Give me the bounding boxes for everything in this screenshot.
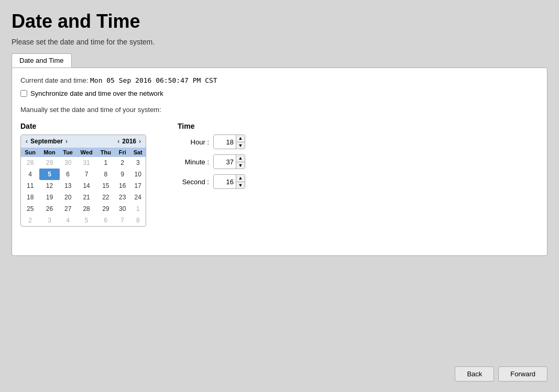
calendar-day[interactable]: 30 — [115, 203, 130, 215]
hour-spinner-buttons: ▲ ▼ — [236, 135, 245, 149]
tab-bar: Date and Time — [12, 53, 547, 68]
calendar-day[interactable]: 17 — [130, 180, 146, 192]
calendar-day[interactable]: 18 — [21, 192, 39, 203]
second-row: Second : ▲ ▼ — [178, 174, 245, 189]
calendar-day[interactable]: 28 — [76, 203, 97, 215]
date-section: Date ‹ September › ‹ 2016 › — [20, 122, 146, 227]
page-title: Date and Time — [0, 0, 559, 38]
calendar-day[interactable]: 22 — [97, 192, 115, 203]
calendar-day[interactable]: 3 — [39, 215, 59, 226]
month-label: September — [30, 138, 63, 145]
second-label: Second : — [178, 178, 209, 186]
time-header: Time — [178, 122, 245, 130]
minute-up-button[interactable]: ▲ — [236, 155, 245, 162]
minute-spinner-buttons: ▲ ▼ — [236, 155, 245, 169]
calendar-day[interactable]: 5 — [76, 215, 97, 226]
manual-label: Manually set the date and time of your s… — [20, 106, 539, 114]
calendar-day[interactable]: 23 — [115, 192, 130, 203]
current-datetime-value2: Mon 05 Sep 2016 06:50:47 PM CST — [90, 76, 217, 84]
calendar-day[interactable]: 5 — [39, 169, 59, 180]
page-subtitle: Please set the date and time for the sys… — [0, 38, 559, 53]
calendar-day[interactable]: 7 — [76, 169, 97, 180]
minute-row: Minute : ▲ ▼ — [178, 154, 245, 169]
calendar: ‹ September › ‹ 2016 › SunMonTueWedThuFr… — [20, 135, 146, 227]
calendar-day[interactable]: 4 — [21, 169, 39, 180]
calendar-day[interactable]: 26 — [39, 203, 59, 215]
second-spinner: ▲ ▼ — [213, 174, 245, 189]
calendar-week-row: 28293031123 — [21, 157, 146, 169]
calendar-day[interactable]: 29 — [39, 157, 59, 169]
cal-day-header: Wed — [76, 148, 97, 157]
hour-spinner: ▲ ▼ — [213, 135, 245, 149]
back-button[interactable]: Back — [455, 366, 494, 382]
calendar-day[interactable]: 20 — [60, 192, 76, 203]
calendar-day[interactable]: 21 — [76, 192, 97, 203]
forward-button[interactable]: Forward — [498, 366, 547, 382]
calendar-day[interactable]: 28 — [21, 157, 39, 169]
calendar-day[interactable]: 19 — [39, 192, 59, 203]
second-up-button[interactable]: ▲ — [236, 175, 245, 182]
hour-label: Hour : — [178, 138, 209, 146]
calendar-day[interactable]: 8 — [97, 169, 115, 180]
calendar-day[interactable]: 1 — [97, 157, 115, 169]
calendar-day[interactable]: 14 — [76, 180, 97, 192]
calendar-week-row: 18192021222324 — [21, 192, 146, 203]
calendar-grid: SunMonTueWedThuFriSat 282930311234567891… — [21, 148, 146, 226]
current-datetime-label: Current date and time: — [20, 76, 88, 84]
prev-year-button[interactable]: ‹ — [116, 137, 121, 145]
calendar-week-row: 2345678 — [21, 215, 146, 226]
sync-checkbox[interactable] — [20, 90, 27, 97]
calendar-day[interactable]: 25 — [21, 203, 39, 215]
calendar-day[interactable]: 24 — [130, 192, 146, 203]
calendar-day[interactable]: 27 — [60, 203, 76, 215]
second-input[interactable] — [214, 175, 236, 188]
prev-month-button[interactable]: ‹ — [24, 137, 29, 145]
hour-up-button[interactable]: ▲ — [236, 135, 245, 142]
calendar-day[interactable]: 31 — [76, 157, 97, 169]
cal-day-header: Sat — [130, 148, 146, 157]
second-spinner-buttons: ▲ ▼ — [236, 175, 245, 188]
time-section: Time Hour : ▲ ▼ Minute : — [178, 122, 245, 194]
cal-day-header: Fri — [115, 148, 130, 157]
hour-input[interactable] — [214, 135, 236, 149]
hour-row: Hour : ▲ ▼ — [178, 135, 245, 149]
cal-day-header: Mon — [39, 148, 59, 157]
calendar-day[interactable]: 9 — [115, 169, 130, 180]
minute-spinner: ▲ ▼ — [213, 154, 245, 169]
calendar-day[interactable]: 10 — [130, 169, 146, 180]
calendar-day[interactable]: 16 — [115, 180, 130, 192]
calendar-week-row: 45678910 — [21, 169, 146, 180]
next-month-button[interactable]: › — [64, 137, 69, 145]
calendar-day[interactable]: 11 — [21, 180, 39, 192]
minute-down-button[interactable]: ▼ — [236, 162, 245, 169]
next-year-button[interactable]: › — [137, 137, 143, 145]
calendar-day[interactable]: 2 — [115, 157, 130, 169]
year-nav: ‹ 2016 › — [116, 137, 143, 145]
calendar-day[interactable]: 3 — [130, 157, 146, 169]
calendar-day[interactable]: 1 — [130, 203, 146, 215]
calendar-day[interactable]: 8 — [130, 215, 146, 226]
second-down-button[interactable]: ▼ — [236, 182, 245, 188]
month-nav: ‹ September › — [24, 137, 69, 145]
calendar-week-row: 2526272829301 — [21, 203, 146, 215]
date-time-row: Date ‹ September › ‹ 2016 › — [20, 122, 539, 227]
calendar-header-row: SunMonTueWedThuFriSat — [21, 148, 146, 157]
calendar-day[interactable]: 13 — [60, 180, 76, 192]
sync-row: Synchronize date and time over the netwo… — [20, 89, 539, 97]
calendar-day[interactable]: 6 — [97, 215, 115, 226]
hour-down-button[interactable]: ▼ — [236, 142, 245, 149]
cal-day-header: Sun — [21, 148, 39, 157]
calendar-day[interactable]: 15 — [97, 180, 115, 192]
calendar-day[interactable]: 4 — [60, 215, 76, 226]
calendar-day[interactable]: 12 — [39, 180, 59, 192]
calendar-day[interactable]: 2 — [21, 215, 39, 226]
tab-date-time[interactable]: Date and Time — [12, 53, 72, 68]
tab-container: Date and Time Current date and time: Mon… — [12, 53, 547, 256]
cal-day-header: Thu — [97, 148, 115, 157]
calendar-day[interactable]: 7 — [115, 215, 130, 226]
calendar-day[interactable]: 29 — [97, 203, 115, 215]
calendar-day[interactable]: 30 — [60, 157, 76, 169]
minute-input[interactable] — [214, 155, 236, 169]
sync-label: Synchronize date and time over the netwo… — [30, 89, 163, 97]
calendar-day[interactable]: 6 — [60, 169, 76, 180]
